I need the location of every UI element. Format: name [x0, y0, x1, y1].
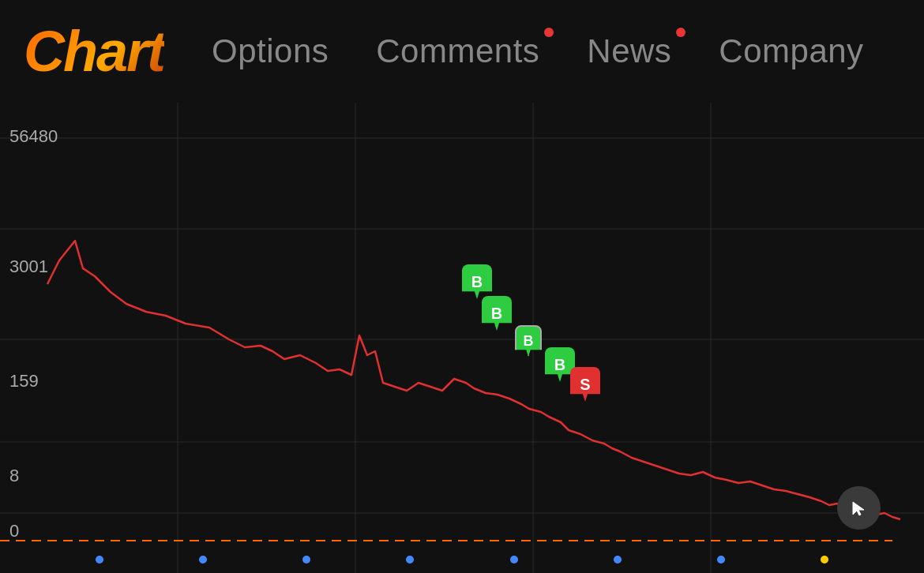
y-label-8: 8	[9, 466, 19, 486]
nav-item-company[interactable]: Company	[719, 32, 863, 70]
bottom-dots-row	[0, 556, 924, 564]
y-label-56480: 56480	[9, 126, 58, 147]
bottom-dot-8	[821, 556, 828, 564]
nav-item-comments[interactable]: Comments	[376, 32, 539, 70]
chart-container: 56480 3001 159 8 0 B B B B S	[0, 103, 924, 573]
nav-dot-comments	[544, 28, 554, 37]
bottom-dot-6	[614, 556, 622, 564]
nav-item-news[interactable]: News	[587, 32, 671, 70]
bottom-dot-2	[199, 556, 207, 564]
nav-item-options[interactable]: Options	[212, 32, 329, 70]
y-label-0: 0	[9, 521, 19, 541]
y-label-159: 159	[9, 371, 39, 391]
bottom-dot-1	[96, 556, 103, 564]
sell-marker-1[interactable]: S	[570, 367, 600, 402]
chart-tab[interactable]: Chart	[24, 23, 164, 80]
y-label-3001: 3001	[9, 257, 48, 277]
chart-svg	[0, 103, 924, 573]
bottom-dot-7	[717, 556, 725, 564]
bottom-dot-3	[302, 556, 310, 564]
buy-marker-3[interactable]: B	[515, 325, 542, 357]
nav-dot-news	[676, 28, 685, 37]
buy-marker-1[interactable]: B	[462, 264, 492, 299]
buy-marker-2[interactable]: B	[482, 296, 512, 331]
bottom-dot-4	[406, 556, 414, 564]
bottom-dot-5	[510, 556, 518, 564]
cursor-icon[interactable]	[837, 486, 881, 530]
nav-bar: Chart OptionsCommentsNewsCompany	[0, 0, 924, 103]
